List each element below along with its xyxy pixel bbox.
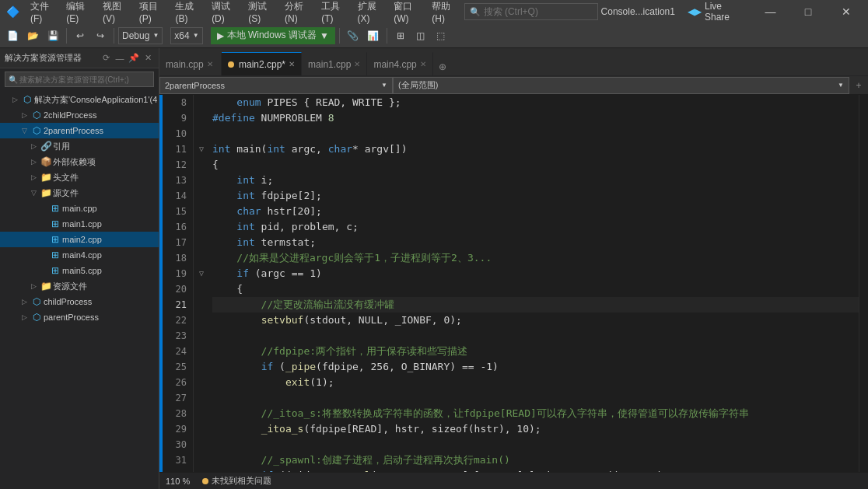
code-line-10[interactable] (212, 126, 859, 141)
menu-tools[interactable]: 工具(T) (315, 0, 349, 26)
code-line-27[interactable] (212, 390, 859, 406)
sidebar-sync-button[interactable]: ⟳ (100, 52, 112, 65)
tab-main4-cpp[interactable]: main4.cpp ✕ (367, 52, 432, 75)
sidebar-search-input[interactable] (19, 75, 150, 84)
code-line-29[interactable]: _itoa_s(fdpipe[READ], hstr, sizeof(hstr)… (212, 421, 859, 437)
tree-2parentprocess[interactable]: ▽ ⬡ 2parentProcess (0, 123, 159, 138)
code-line-23[interactable] (212, 328, 859, 344)
tree-external-deps[interactable]: ▷ 📦 外部依赖项 (0, 154, 159, 169)
run-button[interactable]: ▶ 本地 Windows 调试器 ▼ (211, 27, 335, 44)
code-line-19[interactable]: if (argc == 1) (212, 266, 859, 281)
breadcrumb-project-label: 2parentProcess (165, 81, 225, 90)
code-line-17[interactable]: int termstat; (212, 235, 859, 250)
code-line-26[interactable]: exit(1); (212, 375, 859, 390)
maximize-button[interactable]: □ (793, 0, 824, 23)
tree-parentprocess[interactable]: ▷ ⬡ parentProcess (0, 309, 159, 325)
title-text: Console...ication1 (601, 6, 675, 17)
code-line-20[interactable]: { (212, 281, 859, 297)
parentprocess-icon: ⬡ (31, 312, 42, 323)
global-search-input[interactable] (484, 6, 593, 17)
platform-dropdown[interactable]: x64 ▼ (170, 27, 202, 44)
code-line-22[interactable]: setvbuf(stdout, NULL, _IONBF, 0); (212, 313, 859, 328)
code-line-24[interactable]: //fdpipe:两个指针，用于保存读和些写描述 (212, 344, 859, 359)
menu-project[interactable]: 项目(P) (133, 0, 168, 26)
menu-file[interactable]: 文件(F) (24, 0, 58, 26)
code-content[interactable]: enum PIPES { READ, WRITE };#define NUMPR… (209, 95, 859, 472)
menu-edit[interactable]: 编辑(E) (60, 0, 95, 26)
menu-window[interactable]: 窗口(W) (387, 0, 424, 26)
code-gutter: ▽▽▽ (194, 95, 209, 472)
tab-main4-cpp-close[interactable]: ✕ (420, 60, 426, 68)
tree-main2-cpp[interactable]: ▷ ⊞ main2.cpp (0, 232, 159, 247)
sidebar-search-box[interactable]: 🔍 (5, 72, 154, 87)
code-line-28[interactable]: //_itoa_s:将整数转换成字符串的函数，让fdpipe[READ]可以存入… (212, 406, 859, 421)
redo-button[interactable]: ↪ (91, 26, 110, 45)
line-number-13: 13 (163, 173, 187, 188)
code-line-12[interactable]: { (212, 157, 859, 173)
tree-childprocess[interactable]: ▷ ⬡ childProcess (0, 294, 159, 309)
zoom-control[interactable]: 110 % (166, 477, 190, 486)
code-line-30[interactable] (212, 437, 859, 452)
run-arrow: ▼ (320, 30, 329, 41)
tree-sources[interactable]: ▽ 📁 源文件 (0, 185, 159, 201)
extra1-button[interactable]: ⊞ (391, 26, 410, 45)
code-line-18[interactable]: //如果是父进程argc则会等于1，子进程则等于2、3... (212, 250, 859, 266)
open-button[interactable]: 📂 (23, 26, 42, 45)
perf-button[interactable]: 📊 (364, 26, 383, 45)
breadcrumb-project-dropdown[interactable]: 2parentProcess ▼ (159, 77, 393, 94)
code-line-25[interactable]: if (_pipe(fdpipe, 256, O_BINARY) == -1) (212, 359, 859, 375)
extra2-button[interactable]: ◫ (411, 26, 430, 45)
code-line-8[interactable]: enum PIPES { READ, WRITE }; (212, 95, 859, 110)
code-line-11[interactable]: int main(int argc, char* argv[]) (212, 141, 859, 157)
minimize-button[interactable]: — (754, 0, 786, 23)
tree-main5-cpp[interactable]: ▷ ⊞ main5.cpp (0, 263, 159, 278)
tree-headers[interactable]: ▷ 📁 头文件 (0, 169, 159, 185)
sidebar-collapse-button[interactable]: — (114, 52, 126, 65)
new-file-button[interactable]: 📄 (3, 26, 22, 45)
tree-2childprocess[interactable]: ▷ ⬡ 2childProcess (0, 107, 159, 123)
live-share-button[interactable]: ◀▶ Live Share (681, 1, 748, 23)
tab-main1-cpp[interactable]: main1.cpp ✕ (302, 52, 367, 75)
code-line-31[interactable]: //_spawnl:创建子进程，启动子进程再次执行main() (212, 452, 859, 468)
tab-main-cpp[interactable]: main.cpp ✕ (159, 52, 222, 75)
global-search-box[interactable]: 🔍 (464, 3, 598, 20)
sidebar-pin-button[interactable]: 📌 (128, 52, 140, 65)
save-button[interactable]: 💾 (44, 26, 62, 45)
tree-references[interactable]: ▷ 🔗 引用 (0, 138, 159, 154)
fold-arrow-19[interactable]: ▽ (199, 266, 204, 281)
tab-main2-cpp-close[interactable]: ✕ (289, 60, 295, 68)
right-scrollbar[interactable] (859, 95, 868, 472)
tree-main4-cpp[interactable]: ▷ ⊞ main4.cpp (0, 247, 159, 263)
gutter-row-13 (194, 173, 209, 188)
menu-extensions[interactable]: 扩展(X) (352, 0, 387, 26)
close-button[interactable]: ✕ (830, 0, 862, 23)
debug-mode-dropdown[interactable]: Debug ▼ (118, 27, 163, 44)
tab-main1-cpp-close[interactable]: ✕ (354, 60, 360, 68)
extra3-button[interactable]: ⬚ (432, 26, 450, 45)
tree-main1-cpp[interactable]: ▷ ⊞ main1.cpp (0, 216, 159, 232)
breadcrumb-scope-dropdown[interactable]: (全局范围) ▼ (393, 77, 849, 94)
fold-arrow-11[interactable]: ▽ (199, 141, 204, 157)
menu-debug[interactable]: 调试(D) (205, 0, 240, 26)
tree-solution[interactable]: ▷ ⬡ 解决方案'ConsoleApplication1'(4 (0, 92, 159, 107)
menu-view[interactable]: 视图(V) (96, 0, 131, 26)
menu-build[interactable]: 生成(B) (169, 0, 204, 26)
add-tab-button[interactable]: ⊕ (433, 58, 452, 75)
menu-test[interactable]: 测试(S) (242, 0, 277, 26)
code-line-9[interactable]: #define NUMPROBLEM 8 (212, 110, 859, 126)
tree-main-cpp[interactable]: ▷ ⊞ main.cpp (0, 201, 159, 216)
code-line-21[interactable]: //定更改流输出流没有缓冲罐 (212, 297, 859, 313)
sidebar-close-button[interactable]: ✕ (142, 52, 154, 65)
menu-analyze[interactable]: 分析(N) (278, 0, 313, 26)
code-line-15[interactable]: char hstr[20]; (212, 204, 859, 219)
menu-help[interactable]: 帮助(H) (425, 0, 460, 26)
tab-main-cpp-close[interactable]: ✕ (207, 60, 213, 68)
nav-add-button[interactable]: + (849, 77, 868, 94)
tab-main2-cpp[interactable]: main2.cpp* ✕ (222, 52, 302, 75)
code-line-14[interactable]: int fdpipe[2]; (212, 188, 859, 204)
tree-resources[interactable]: ▷ 📁 资源文件 (0, 278, 159, 294)
attach-button[interactable]: 📎 (344, 26, 362, 45)
code-line-16[interactable]: int pid, problem, c; (212, 219, 859, 235)
undo-button[interactable]: ↩ (71, 26, 89, 45)
code-line-13[interactable]: int i; (212, 173, 859, 188)
